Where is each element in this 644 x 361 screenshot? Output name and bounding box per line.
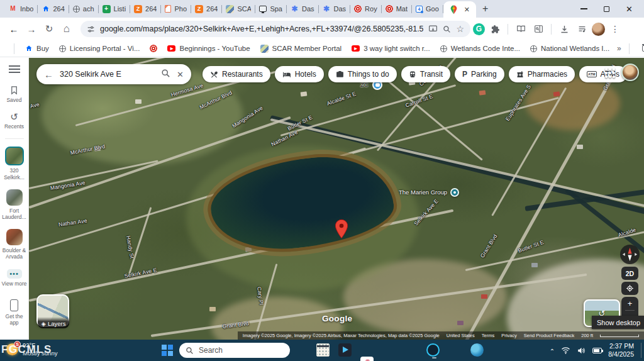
account-avatar[interactable]: [621, 64, 639, 81]
2d-toggle-button[interactable]: 2D: [621, 267, 638, 280]
downloads-icon[interactable]: [557, 21, 572, 36]
active-tab-google-maps[interactable]: ✕: [443, 1, 476, 18]
volume-icon[interactable]: [577, 347, 586, 355]
zoom-icon[interactable]: [443, 25, 451, 33]
bookmark-item-7[interactable]: Wetlands Code Inte...: [436, 43, 524, 53]
browser-tab-13[interactable]: Mat: [382, 3, 411, 15]
taskbar-app-flower[interactable]: [360, 357, 374, 361]
browser-tab-9[interactable]: Spa: [255, 3, 286, 15]
sidebar-item-recents[interactable]: ↺ Recents: [1, 112, 28, 130]
browser-tab-10[interactable]: ✱Das: [287, 3, 318, 15]
forward-icon[interactable]: →: [24, 21, 39, 36]
home-icon[interactable]: ⌂: [59, 21, 74, 36]
address-bar[interactable]: google.com/maps/place/320+Selkirk+Ave+E,…: [80, 21, 470, 37]
reading-list-icon[interactable]: [513, 21, 528, 36]
browser-tab-2[interactable]: 264: [38, 3, 68, 15]
place-label: Fort Lauderd...: [1, 208, 28, 220]
side-search-icon[interactable]: [531, 21, 546, 36]
bookmark-item-1[interactable]: Buy: [21, 43, 53, 54]
wifi-icon[interactable]: [561, 347, 570, 354]
bookmark-item-5[interactable]: SCAR Member Portal: [257, 43, 346, 54]
chip-pharmacies[interactable]: Pharmacies: [509, 66, 575, 82]
extensions-icon[interactable]: [487, 21, 502, 36]
browser-tab-8[interactable]: SCA: [222, 3, 255, 15]
maps-searchbox[interactable]: ← 320 Selkirk Ave E ✕: [36, 64, 191, 84]
tray-chevron-icon[interactable]: ⌃: [550, 348, 555, 355]
windows-start-button[interactable]: [162, 345, 173, 356]
sidebar-item-view-more[interactable]: ••• View more: [1, 269, 28, 287]
bookmark-item-6[interactable]: ▶3 way light switch r...: [348, 43, 433, 53]
site-settings-icon[interactable]: [87, 25, 95, 33]
browser-menu-icon[interactable]: ⋮: [608, 21, 623, 36]
sidebar-place-2[interactable]: Fort Lauderd...: [1, 189, 28, 220]
sidebar-item-get-app[interactable]: Get the app: [1, 299, 28, 326]
taskbar-app-task-view[interactable]: [294, 343, 308, 357]
show-desktop-edge[interactable]: [641, 343, 641, 358]
scar-favicon: [226, 5, 234, 13]
my-location-button[interactable]: [621, 282, 638, 295]
install-app-icon[interactable]: [428, 25, 438, 33]
bookmark-star-icon[interactable]: ☆: [456, 24, 464, 34]
chip-transit[interactable]: Transit: [401, 66, 450, 82]
browser-tab-12[interactable]: Roy: [350, 3, 381, 15]
sidebar-place-3[interactable]: Boulder & Arvada: [1, 229, 28, 260]
destination-pin[interactable]: [335, 219, 348, 242]
browser-tab-3[interactable]: ach: [69, 3, 98, 15]
new-tab-button[interactable]: +: [482, 3, 488, 14]
taskbar-app-earth[interactable]: [470, 343, 484, 357]
chip-things-to-do[interactable]: Things to do: [328, 66, 397, 82]
media-playlist-icon[interactable]: [574, 21, 589, 36]
terms-link[interactable]: Terms: [482, 333, 494, 338]
chip-restaurants[interactable]: Restaurants: [203, 66, 270, 82]
browser-tab-5[interactable]: Z264: [130, 3, 160, 15]
zoom-in-button[interactable]: +: [621, 297, 638, 310]
restaurants-icon: [210, 70, 218, 79]
profile-avatar[interactable]: [592, 23, 605, 36]
bookmark-item-3[interactable]: [146, 43, 161, 53]
taskbar-app-play[interactable]: [338, 343, 352, 357]
marien-group-pin[interactable]: [450, 188, 459, 197]
chip-parking[interactable]: PParking: [455, 66, 504, 82]
close-icon[interactable]: ✕: [626, 5, 633, 13]
grammarly-icon[interactable]: G: [473, 23, 485, 35]
sidebar-item-saved[interactable]: Saved: [1, 86, 28, 103]
feedback-link[interactable]: Send Product Feedback: [524, 333, 574, 338]
all-bookmarks-button[interactable]: All Bookmarks: [638, 43, 644, 53]
layers-control[interactable]: ◈Layers: [36, 294, 70, 330]
browser-tab-1[interactable]: MInbo: [5, 3, 37, 15]
browser-tab-6[interactable]: Pho: [161, 3, 191, 15]
minimize-icon[interactable]: [580, 8, 587, 9]
clock[interactable]: 2:37 PM 8/4/2025: [608, 342, 634, 358]
browser-tab-7[interactable]: Z264: [191, 3, 221, 15]
browser-tab-4[interactable]: +Listi: [99, 3, 130, 15]
back-icon[interactable]: ←: [6, 21, 21, 36]
chip-atms[interactable]: ATMATMs: [579, 66, 627, 82]
taskbar-search[interactable]: Search: [179, 343, 290, 358]
clear-search-icon[interactable]: ✕: [177, 70, 184, 79]
browser-tab-11[interactable]: ✱Das: [319, 3, 350, 15]
bookmarks-overflow-icon[interactable]: »: [617, 44, 620, 53]
bookmark-label: Buy: [36, 45, 49, 52]
hotels-icon: [282, 70, 291, 79]
back-arrow-icon[interactable]: ←: [44, 69, 53, 80]
bookmark-item-8[interactable]: National Wetlands I...: [526, 43, 613, 53]
browser-tab-14[interactable]: 4Goo: [412, 3, 443, 15]
tab-close-icon[interactable]: ✕: [464, 6, 470, 13]
compass-control[interactable]: [619, 244, 640, 267]
bookmark-item-2[interactable]: Licensing Portal - Vi...: [55, 43, 144, 53]
google-apps-icon[interactable]: [605, 68, 616, 79]
chip-hotels[interactable]: Hotels: [275, 66, 324, 82]
menu-icon[interactable]: [9, 65, 20, 73]
reload-icon[interactable]: ↻: [42, 21, 57, 36]
privacy-link[interactable]: Privacy: [501, 333, 517, 338]
battery-icon[interactable]: [592, 348, 602, 353]
satellite-map[interactable]: The Marien Group ZC ← 320 Selkirk Ave E …: [29, 58, 644, 340]
bookmark-item-4[interactable]: ▶Beginnings - YouTube: [164, 43, 253, 53]
sidebar-place-1[interactable]: 320 Selkirk...: [1, 147, 28, 180]
taskbar-apps: [0, 340, 644, 361]
search-icon[interactable]: [161, 69, 170, 81]
taskbar-app-alexa[interactable]: [426, 343, 440, 357]
calendar-favicon: 4: [416, 6, 423, 13]
taskbar-app-news[interactable]: [316, 343, 330, 357]
maximize-icon[interactable]: [604, 6, 609, 12]
